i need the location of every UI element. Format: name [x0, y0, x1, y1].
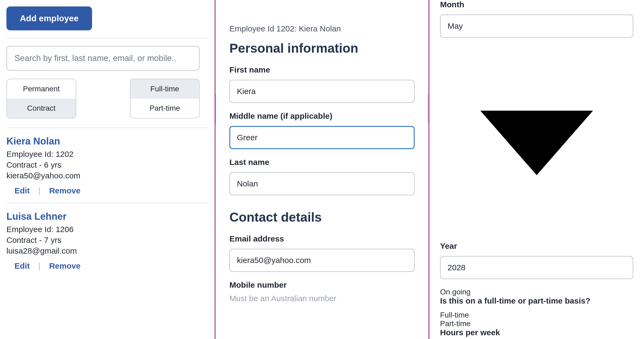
employee-card: Luisa Lehner Employee Id: 1206 Contract …: [6, 211, 208, 271]
month-value[interactable]: [440, 15, 633, 38]
first-name-input[interactable]: [229, 80, 415, 103]
basis-question: Is this on a full-time or part-time basi…: [440, 296, 633, 305]
basis-fulltime-label: Full-time: [440, 311, 469, 319]
remove-link[interactable]: Remove: [49, 186, 80, 195]
edit-link[interactable]: Edit: [14, 261, 30, 270]
mobile-hint: Must be an Australian number: [229, 294, 415, 303]
basis-fulltime-row: Full-time: [440, 311, 633, 319]
employee-id: Employee Id: 1202: [6, 150, 208, 159]
employee-card: Kiera Nolan Employee Id: 1202 Contract -…: [6, 136, 208, 195]
time-basis-filter: Full-time Part-time: [130, 79, 200, 118]
basis-parttime-row: Part-time: [440, 319, 633, 328]
last-name-label: Last name: [229, 158, 415, 167]
filter-fulltime[interactable]: Full-time: [130, 79, 199, 99]
employment-type-filter: Permanent Contract: [6, 79, 76, 118]
basis-parttime-label: Part-time: [440, 319, 471, 328]
employee-type: Contract - 6 yrs: [6, 160, 208, 170]
email-input[interactable]: [229, 249, 415, 272]
last-name-input[interactable]: [229, 172, 415, 195]
separator: |: [38, 261, 41, 270]
middle-name-label: Middle name (if applicable): [229, 111, 415, 121]
employee-email: luisa28@gmail.com: [6, 246, 208, 255]
hours-label: Hours per week: [440, 328, 633, 337]
employee-type: Contract - 7 yrs: [6, 236, 208, 245]
divider: [6, 203, 208, 203]
employee-detail-panel: Employee Id 1202: Kiera Nolan Personal i…: [215, 0, 429, 339]
ongoing-row: On going: [440, 288, 633, 296]
filter-contract[interactable]: Contract: [7, 99, 76, 118]
add-employee-button[interactable]: Add employee: [6, 6, 92, 30]
employment-terms-panel: Month Year On going Is this on a full-ti…: [429, 0, 644, 339]
year-input[interactable]: [440, 256, 633, 279]
mobile-label: Mobile number: [229, 280, 415, 290]
section-heading-personal: Personal information: [229, 41, 415, 56]
divider: [6, 38, 208, 38]
employee-name-link[interactable]: Luisa Lehner: [6, 211, 208, 222]
section-heading-contact: Contact details: [229, 210, 415, 225]
year-label: Year: [440, 241, 633, 251]
filter-row: Permanent Contract Full-time Part-time: [6, 79, 200, 118]
employee-list-panel: Add employee Permanent Contract Full-tim…: [0, 0, 215, 339]
search-input[interactable]: [6, 46, 200, 71]
filter-permanent[interactable]: Permanent: [7, 79, 76, 99]
employee-id: Employee Id: 1206: [6, 225, 208, 234]
employee-email: kiera50@yahoo.com: [6, 171, 208, 180]
employee-name-link[interactable]: Kiera Nolan: [6, 136, 208, 147]
panel-resize-handle[interactable]: [215, 94, 216, 124]
email-label: Email address: [229, 234, 415, 243]
separator: |: [38, 186, 41, 195]
remove-link[interactable]: Remove: [49, 261, 80, 270]
month-label: Month: [440, 0, 633, 9]
filter-parttime[interactable]: Part-time: [130, 99, 199, 118]
employee-actions: Edit | Remove: [14, 186, 208, 195]
middle-name-input[interactable]: [229, 126, 415, 149]
first-name-label: First name: [229, 65, 415, 74]
chevron-down-icon: [440, 233, 633, 241]
ongoing-label: On going: [440, 288, 471, 296]
edit-link[interactable]: Edit: [14, 186, 30, 195]
breadcrumb: Employee Id 1202: Kiera Nolan: [229, 24, 415, 33]
employee-actions: Edit | Remove: [14, 261, 208, 271]
divider: [6, 128, 208, 128]
month-select[interactable]: [440, 15, 633, 241]
